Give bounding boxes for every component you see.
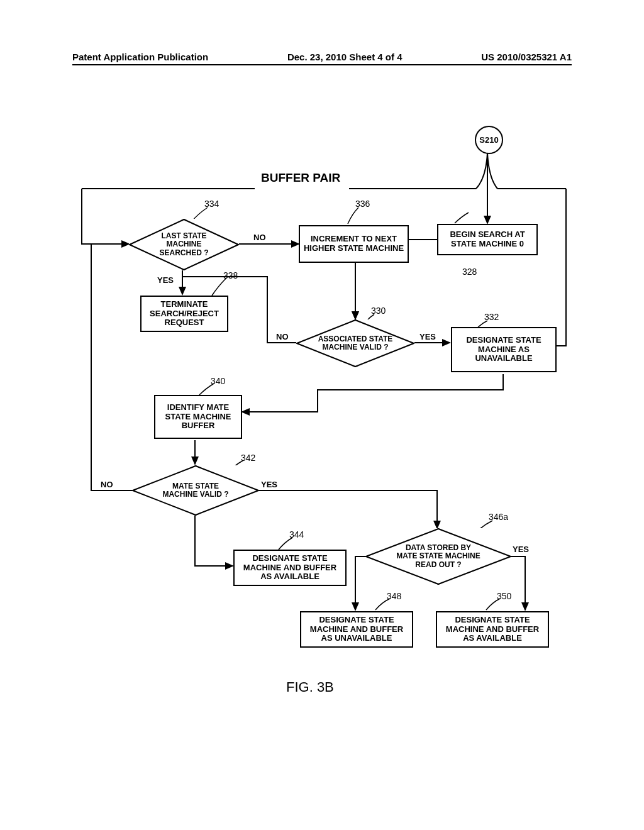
decision-330: ASSOCIATED STATE MACHINE VALID ? bbox=[296, 319, 414, 367]
header-right: US 2010/0325321 A1 bbox=[481, 52, 572, 62]
process-348: DESIGNATE STATE MACHINE AND BUFFER AS UN… bbox=[300, 611, 413, 648]
process-338: TERMINATE SEARCH/REJECT REQUEST bbox=[140, 296, 228, 332]
header-center: Dec. 23, 2010 Sheet 4 of 4 bbox=[287, 52, 402, 62]
decision-330-text: ASSOCIATED STATE MACHINE VALID ? bbox=[318, 335, 393, 351]
ref-340: 340 bbox=[211, 376, 225, 386]
process-344: DESIGNATE STATE MACHINE AND BUFFER AS AV… bbox=[233, 550, 347, 586]
process-332-text: DESIGNATE STATE MACHINE AS UNAVAILABLE bbox=[455, 336, 553, 364]
label-342-no: NO bbox=[101, 480, 113, 489]
process-332: DESIGNATE STATE MACHINE AS UNAVAILABLE bbox=[451, 327, 557, 372]
figure-caption: FIG. 3B bbox=[286, 679, 334, 695]
ref-350: 350 bbox=[497, 591, 511, 601]
header-rule bbox=[72, 64, 572, 65]
process-350-text: DESIGNATE STATE MACHINE AND BUFFER AS AV… bbox=[440, 616, 545, 644]
process-336: INCREMENT TO NEXT HIGHER STATE MACHINE bbox=[299, 225, 409, 263]
decision-346a: DATA STORED BY MATE STATE MACHINE READ O… bbox=[365, 528, 511, 585]
decision-342-text: MATE STATE MACHINE VALID ? bbox=[161, 482, 230, 499]
process-348-text: DESIGNATE STATE MACHINE AND BUFFER AS UN… bbox=[304, 616, 409, 644]
decision-334: LAST STATE MACHINE SEARCHED ? bbox=[129, 219, 239, 270]
process-328-text: BEGIN SEARCH AT STATE MACHINE 0 bbox=[441, 230, 534, 249]
process-336-text: INCREMENT TO NEXT HIGHER STATE MACHINE bbox=[303, 235, 405, 253]
process-338-text: TERMINATE SEARCH/REJECT REQUEST bbox=[144, 300, 225, 328]
header-left: Patent Application Publication bbox=[72, 52, 208, 62]
decision-346a-text: DATA STORED BY MATE STATE MACHINE READ O… bbox=[394, 544, 482, 569]
ref-338: 338 bbox=[223, 270, 238, 280]
flowchart-diagram: BUFFER PAIR S210 bbox=[72, 113, 572, 679]
ref-332: 332 bbox=[484, 312, 499, 322]
process-328: BEGIN SEARCH AT STATE MACHINE 0 bbox=[437, 224, 538, 255]
label-346a-yes: YES bbox=[513, 545, 529, 554]
page-header: Patent Application Publication Dec. 23, … bbox=[72, 52, 572, 62]
label-330-yes: YES bbox=[419, 332, 436, 341]
ref-346a: 346a bbox=[489, 512, 508, 522]
label-330-no: NO bbox=[276, 332, 289, 341]
ref-342: 342 bbox=[241, 453, 255, 463]
process-350: DESIGNATE STATE MACHINE AND BUFFER AS AV… bbox=[436, 611, 549, 648]
ref-344: 344 bbox=[289, 529, 304, 540]
ref-328: 328 bbox=[462, 267, 477, 277]
ref-330: 330 bbox=[371, 306, 386, 316]
ref-336: 336 bbox=[355, 199, 370, 209]
label-342-yes: YES bbox=[261, 480, 277, 489]
process-340: IDENTIFY MATE STATE MACHINE BUFFER bbox=[154, 395, 242, 439]
ref-348: 348 bbox=[387, 591, 401, 601]
label-334-yes: YES bbox=[157, 275, 174, 285]
decision-342: MATE STATE MACHINE VALID ? bbox=[132, 465, 259, 516]
label-334-no: NO bbox=[253, 233, 266, 242]
process-344-text: DESIGNATE STATE MACHINE AND BUFFER AS AV… bbox=[237, 554, 343, 582]
decision-334-text: LAST STATE MACHINE SEARCHED ? bbox=[153, 232, 216, 257]
page: Patent Application Publication Dec. 23, … bbox=[0, 0, 644, 830]
process-340-text: IDENTIFY MATE STATE MACHINE BUFFER bbox=[158, 403, 238, 431]
ref-334: 334 bbox=[204, 199, 219, 209]
